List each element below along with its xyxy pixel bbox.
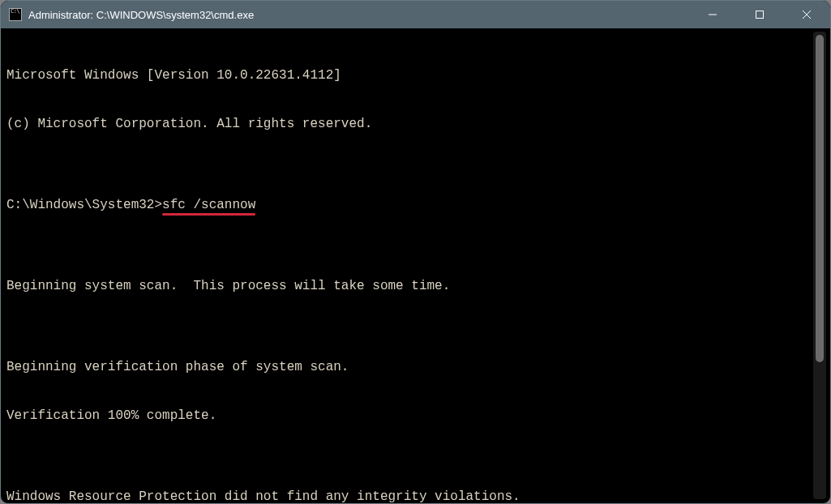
output-line: Beginning system scan. This process will… — [6, 278, 808, 294]
terminal-output[interactable]: Microsoft Windows [Version 10.0.22631.41… — [2, 28, 813, 502]
cmd-window: Administrator: C:\WINDOWS\system32\cmd.e… — [0, 0, 831, 504]
titlebar[interactable]: Administrator: C:\WINDOWS\system32\cmd.e… — [1, 1, 830, 28]
close-icon — [802, 10, 812, 19]
output-line: Beginning verification phase of system s… — [6, 359, 808, 375]
output-line: Microsoft Windows [Version 10.0.22631.41… — [6, 67, 808, 83]
output-line: Verification 100% complete. — [6, 408, 808, 424]
output-line: Windows Resource Protection did not find… — [6, 489, 808, 502]
cmd-icon — [9, 8, 22, 21]
typed-command: sfc /scannow — [162, 198, 255, 212]
vertical-scrollbar[interactable] — [813, 32, 826, 499]
annotation-underline — [162, 213, 255, 216]
maximize-button[interactable] — [736, 1, 783, 28]
scrollbar-thumb[interactable] — [816, 35, 824, 362]
window-controls — [689, 1, 830, 28]
client-area: Microsoft Windows [Version 10.0.22631.41… — [2, 28, 829, 502]
maximize-icon — [755, 10, 765, 19]
minimize-button[interactable] — [689, 1, 736, 28]
window-title: Administrator: C:\WINDOWS\system32\cmd.e… — [28, 9, 254, 21]
svg-rect-1 — [756, 11, 764, 19]
close-button[interactable] — [783, 1, 830, 28]
prompt-line: C:\Windows\System32>sfc /scannow — [6, 197, 808, 213]
output-line: (c) Microsoft Corporation. All rights re… — [6, 116, 808, 132]
minimize-icon — [708, 10, 717, 19]
prompt-path: C:\Windows\System32> — [6, 198, 162, 212]
